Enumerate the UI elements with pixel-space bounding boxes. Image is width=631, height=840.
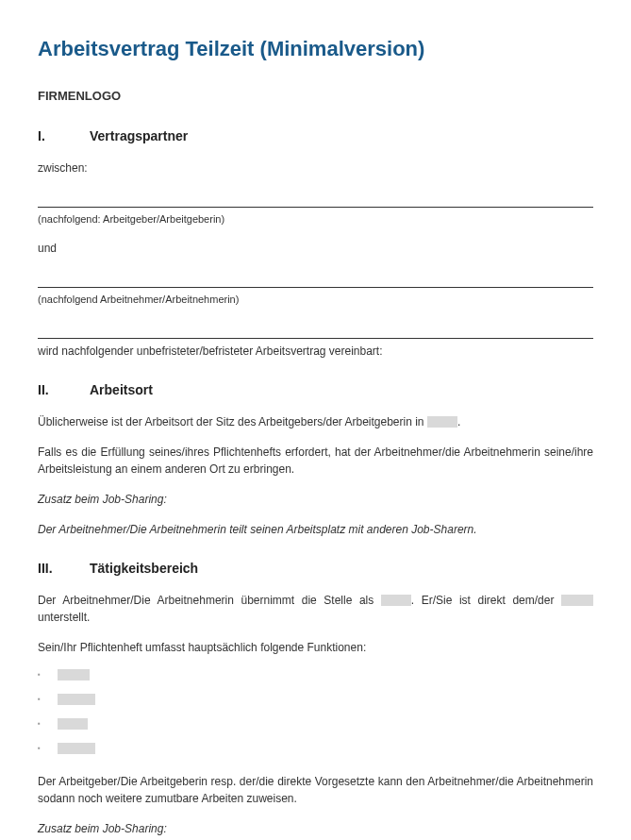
s3-p1: Der Arbeitnehmer/Die Arbeitnehmerin über… xyxy=(38,592,593,626)
section-1-heading: I.Vertragspartner xyxy=(38,126,593,146)
s2-p1: Üblicherweise ist der Arbeitsort der Sit… xyxy=(38,413,593,430)
blank-field xyxy=(58,669,90,680)
s3-p2: Sein/Ihr Pflichtenheft umfasst hauptsäch… xyxy=(38,639,593,656)
blank-field xyxy=(58,743,95,754)
employer-line xyxy=(38,190,593,208)
blank-field xyxy=(381,595,411,606)
s2-p2: Falls es die Erfüllung seines/ihres Pfli… xyxy=(38,444,593,478)
section-2-num: II. xyxy=(38,380,90,400)
section-3-heading: III.Tätigkeitsbereich xyxy=(38,559,593,579)
list-item xyxy=(38,743,593,754)
page-title: Arbeitsvertrag Teilzeit (Minimalversion) xyxy=(38,33,593,64)
employer-note: (nachfolgend: Arbeitgeber/Arbeitgeberin) xyxy=(38,211,593,227)
blank-field xyxy=(58,718,88,730)
logo-placeholder: FIRMENLOGO xyxy=(38,87,593,106)
agreed-text: wird nachfolgender unbefristeter/befrist… xyxy=(38,343,593,360)
list-item xyxy=(38,669,593,680)
s3-p3: Der Arbeitgeber/Die Arbeitgeberin resp. … xyxy=(38,773,593,807)
function-list xyxy=(38,669,593,754)
s3-addendum-label: Zusatz beim Job-Sharing: xyxy=(38,820,593,837)
section-2-heading: II.Arbeitsort xyxy=(38,380,593,400)
s2-addendum-text: Der Arbeitnehmer/Die Arbeitnehmerin teil… xyxy=(38,521,593,538)
employee-note: (nachfolgend Arbeitnehmer/Arbeitnehmerin… xyxy=(38,292,593,308)
agreement-line xyxy=(38,321,593,339)
blank-field xyxy=(427,416,457,428)
s2-addendum-label: Zusatz beim Job-Sharing: xyxy=(38,491,593,508)
section-3-title: Tätigkeitsbereich xyxy=(90,561,198,576)
and-label: und xyxy=(38,240,593,257)
section-3-num: III. xyxy=(38,559,90,579)
section-1-title: Vertragspartner xyxy=(90,128,188,143)
between-label: zwischen: xyxy=(38,160,593,176)
blank-field xyxy=(58,694,95,705)
section-1-num: I. xyxy=(38,126,90,146)
list-item xyxy=(38,718,593,730)
employee-line xyxy=(38,270,593,288)
blank-field xyxy=(561,595,593,606)
list-item xyxy=(38,694,593,705)
section-2-title: Arbeitsort xyxy=(90,382,153,397)
